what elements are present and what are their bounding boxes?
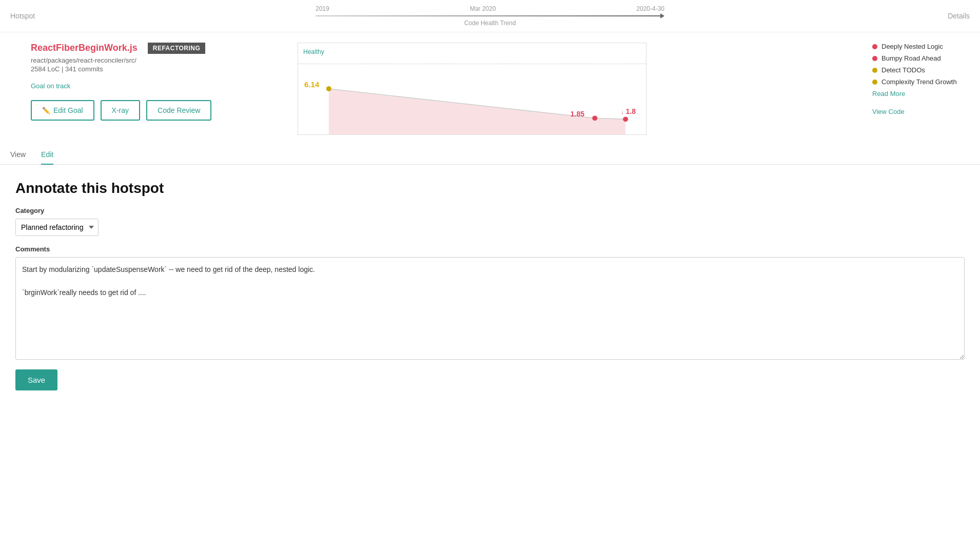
legend-label-4: Complexity Trend Growth	[881, 78, 957, 86]
code-review-button[interactable]: Code Review	[146, 100, 211, 121]
chart-value-end: ↓ 1.8	[621, 107, 636, 115]
action-buttons: ✏️ Edit Goal X-ray Code Review	[31, 100, 287, 121]
tabs-section: View Edit	[0, 145, 980, 165]
legend-item-2: Bumpy Road Ahead	[872, 54, 970, 62]
details-label: Details	[929, 12, 970, 20]
category-label: Category	[15, 207, 965, 214]
tab-edit[interactable]: Edit	[41, 145, 53, 165]
timeline-subtitle: Code Health Trend	[464, 19, 516, 27]
view-code-link[interactable]: View Code	[872, 108, 970, 115]
timeline-labels: 2019 Mar 2020 2020-4-30	[316, 5, 664, 12]
svg-point-2	[592, 115, 597, 121]
legend-dot-2	[872, 56, 877, 61]
file-info: ReactFiberBeginWork.js react/packages/re…	[31, 43, 138, 77]
legend-item-3: Detect TODOs	[872, 66, 970, 74]
timeline-section: 2019 Mar 2020 2020-4-30 Code Health Tren…	[51, 5, 929, 27]
x-ray-button[interactable]: X-ray	[101, 100, 140, 121]
top-bar: Hotspot 2019 Mar 2020 2020-4-30 Code Hea…	[0, 0, 980, 32]
tab-view[interactable]: View	[10, 145, 26, 165]
annotation-title: Annotate this hotspot	[15, 180, 965, 197]
legend-label-3: Detect TODOs	[881, 66, 925, 74]
legend-dot-1	[872, 44, 877, 49]
comments-label: Comments	[15, 245, 965, 253]
main-content: ReactFiberBeginWork.js react/packages/re…	[0, 32, 980, 145]
svg-point-1	[326, 86, 331, 91]
legend-label-1: Deeply Nested Logic	[881, 43, 943, 50]
chart-panel: Healthy 6.14 1.85 ↓ 1.8	[298, 43, 857, 135]
legend-dot-4	[872, 80, 877, 85]
goal-on-track-link[interactable]: Goal on track	[31, 82, 287, 90]
annotation-section: Annotate this hotspot Category Planned r…	[0, 165, 980, 401]
timeline-line	[316, 15, 660, 16]
comments-textarea[interactable]: Start by modularizing `updateSuspenseWor…	[15, 257, 965, 360]
svg-point-3	[623, 116, 628, 122]
refactoring-badge: REFACTORING	[148, 43, 206, 54]
chart-value-mid: 1.85	[571, 110, 584, 118]
timeline-date-3: 2020-4-30	[636, 5, 664, 12]
file-meta: 2584 LoC | 341 commits	[31, 65, 138, 73]
file-name: ReactFiberBeginWork.js	[31, 43, 138, 53]
header-area: ReactFiberBeginWork.js react/packages/re…	[31, 43, 287, 77]
category-select[interactable]: Planned refactoring Bug Technical debt O…	[15, 219, 99, 236]
chart-svg	[298, 43, 646, 134]
hotspot-label: Hotspot	[10, 12, 51, 20]
file-path: react/packages/react-reconciler/src/	[31, 56, 138, 64]
chart-value-start: 6.14	[304, 80, 319, 89]
legend-label-2: Bumpy Road Ahead	[881, 54, 941, 62]
save-button[interactable]: Save	[15, 369, 57, 390]
legend-item-1: Deeply Nested Logic	[872, 43, 970, 50]
read-more-link[interactable]: Read More	[872, 90, 970, 97]
legend-item-4: Complexity Trend Growth	[872, 78, 970, 86]
left-panel: ReactFiberBeginWork.js react/packages/re…	[10, 43, 287, 135]
edit-icon: ✏️	[42, 107, 50, 114]
timeline-date-1: 2019	[316, 5, 329, 12]
timeline-date-2: Mar 2020	[470, 5, 496, 12]
down-arrow-icon: ↓	[621, 109, 624, 115]
timeline-axis	[316, 13, 664, 18]
timeline-arrow	[660, 13, 664, 18]
legend-dot-3	[872, 68, 877, 73]
chart-container: Healthy 6.14 1.85 ↓ 1.8	[298, 43, 646, 135]
edit-goal-button[interactable]: ✏️ Edit Goal	[31, 100, 94, 121]
legend-panel: Deeply Nested Logic Bumpy Road Ahead Det…	[867, 43, 970, 135]
